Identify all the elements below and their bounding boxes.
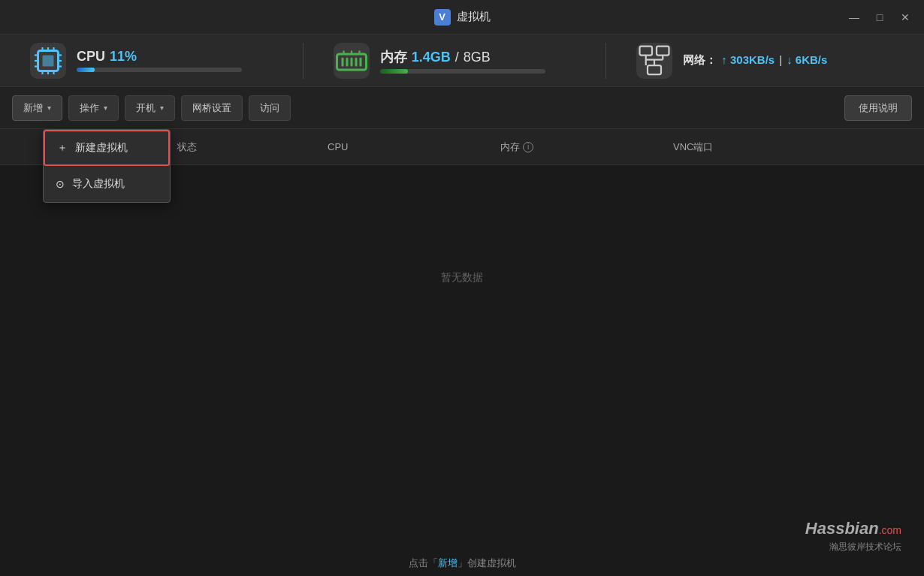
watermark-sub: 瀚思彼岸技术论坛 [805, 541, 901, 553]
svg-rect-18 [355, 57, 357, 66]
app-title: 虚拟机 [457, 10, 491, 24]
start-button[interactable]: 开机 ▾ [125, 95, 175, 121]
watermark: Hassbian.com 瀚思彼岸技术论坛 [805, 517, 901, 553]
bottom-hint: 点击「新增」创建虚拟机 [409, 556, 516, 570]
new-vm-label: 新建虚拟机 [75, 141, 128, 155]
svg-rect-16 [346, 57, 348, 66]
svg-rect-1 [43, 55, 54, 66]
stats-bar: CPU 11% 内存 1.4 [0, 35, 924, 87]
svg-rect-24 [657, 46, 669, 55]
network-stat: 网络： ↑ 303KB/s | ↓ 6KB/s [605, 43, 894, 79]
toolbar: 新增 ▾ 操作 ▾ 开机 ▾ 网桥设置 访问 使用说明 [0, 87, 924, 129]
memory-total: 8GB [464, 50, 491, 65]
cpu-bar-track [77, 68, 242, 72]
bridge-button[interactable]: 网桥设置 [181, 95, 243, 121]
svg-rect-25 [648, 65, 661, 74]
add-chevron-icon: ▾ [47, 104, 51, 112]
cpu-label: CPU [77, 49, 105, 65]
app-icon: V [434, 9, 451, 26]
network-sep: | [779, 53, 782, 66]
memory-bar-fill [380, 69, 408, 74]
visit-button[interactable]: 访问 [249, 95, 291, 121]
col-cpu-header: CPU [328, 141, 500, 152]
memory-bar-track [380, 69, 545, 74]
new-vm-item[interactable]: ＋ 新建虚拟机 [44, 130, 170, 166]
close-button[interactable]: ✕ [898, 11, 912, 24]
cpu-stat: CPU 11% [30, 43, 288, 79]
import-vm-item[interactable]: ⊙ 导入虚拟机 [44, 166, 170, 202]
empty-text: 暂无数据 [441, 271, 483, 285]
cpu-icon [30, 43, 66, 79]
network-download: ↓ 6KB/s [787, 53, 827, 66]
col-vnc-header: VNC端口 [673, 140, 924, 154]
svg-rect-15 [341, 57, 343, 66]
net-icon [636, 43, 672, 79]
start-chevron-icon: ▾ [160, 104, 164, 112]
col-memory-header: 内存 i [500, 140, 673, 154]
import-icon: ⊙ [56, 178, 65, 190]
svg-rect-19 [359, 57, 361, 66]
svg-rect-23 [640, 46, 653, 55]
bottom-hint-link[interactable]: 新增 [438, 557, 457, 568]
memory-stat: 内存 1.4GB / 8GB [303, 43, 591, 79]
operate-chevron-icon: ▾ [104, 104, 107, 112]
add-dropdown: ＋ 新建虚拟机 ⊙ 导入虚拟机 [43, 129, 171, 203]
memory-label: 内存 [380, 48, 407, 66]
memory-used: 1.4GB [412, 50, 451, 65]
svg-rect-17 [350, 57, 352, 66]
ram-icon [334, 43, 370, 79]
cpu-bar-fill [77, 68, 95, 72]
app-title-group: V 虚拟机 [434, 9, 491, 26]
network-upload: ↑ 303KB/s [721, 53, 775, 66]
minimize-button[interactable]: — [847, 11, 861, 24]
add-button[interactable]: 新增 ▾ [12, 95, 62, 121]
help-button[interactable]: 使用说明 [844, 95, 912, 121]
memory-total-sep: / [455, 50, 459, 65]
maximize-button[interactable]: □ [873, 11, 886, 24]
watermark-main: Hassbian [805, 519, 879, 538]
col-status-header: 状态 [177, 140, 328, 154]
title-bar: V 虚拟机 — □ ✕ [0, 0, 924, 35]
operate-button[interactable]: 操作 ▾ [68, 95, 119, 121]
watermark-com: .com [879, 524, 901, 536]
plus-icon: ＋ [57, 141, 68, 155]
import-vm-label: 导入虚拟机 [72, 177, 125, 191]
memory-info-icon[interactable]: i [523, 142, 533, 152]
network-label: 网络： [683, 53, 717, 68]
window-controls: — □ ✕ [847, 11, 912, 24]
cpu-value: 11% [110, 49, 137, 65]
